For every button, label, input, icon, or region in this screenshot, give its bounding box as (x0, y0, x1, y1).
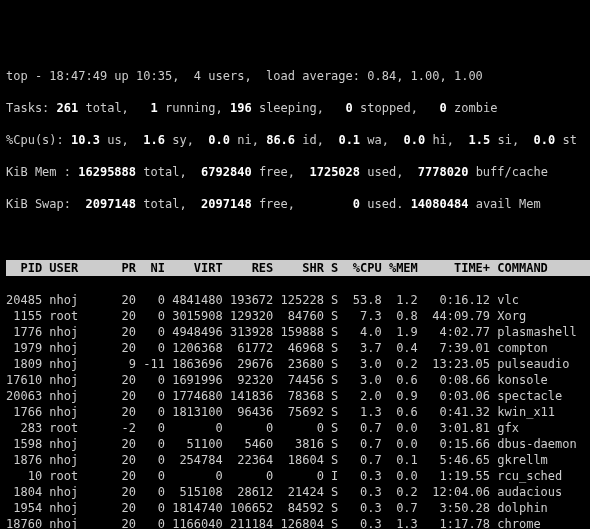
process-row[interactable]: 1776 nhoj 20 0 4948496 313928 159888 S 4… (6, 324, 590, 340)
process-row[interactable]: 1979 nhoj 20 0 1206368 61772 46968 S 3.7… (6, 340, 590, 356)
process-row[interactable]: 1598 nhoj 20 0 51100 5460 3816 S 0.7 0.0… (6, 436, 590, 452)
process-row[interactable]: 10 root 20 0 0 0 0 I 0.3 0.0 1:19.55 rcu… (6, 468, 590, 484)
blank-line (6, 228, 590, 244)
process-row[interactable]: 17610 nhoj 20 0 1691996 92320 74456 S 3.… (6, 372, 590, 388)
process-row[interactable]: 1766 nhoj 20 0 1813100 96436 75692 S 1.3… (6, 404, 590, 420)
process-row[interactable]: 1954 nhoj 20 0 1814740 106652 84592 S 0.… (6, 500, 590, 516)
uptime-line: top - 18:47:49 up 10:35, 4 users, load a… (6, 68, 590, 84)
swap-line: KiB Swap: 2097148 total, 2097148 free, 0… (6, 196, 590, 212)
tasks-line: Tasks: 261 total, 1 running, 196 sleepin… (6, 100, 590, 116)
cpu-line: %Cpu(s): 10.3 us, 1.6 sy, 0.0 ni, 86.6 i… (6, 132, 590, 148)
process-row[interactable]: 1809 nhoj 9 -11 1863696 29676 23680 S 3.… (6, 356, 590, 372)
process-row[interactable]: 18760 nhoj 20 0 1166040 211184 126804 S … (6, 516, 590, 529)
process-row[interactable]: 1804 nhoj 20 0 515108 28612 21424 S 0.3 … (6, 484, 590, 500)
mem-line: KiB Mem : 16295888 total, 6792840 free, … (6, 164, 590, 180)
process-list[interactable]: 20485 nhoj 20 0 4841480 193672 125228 S … (6, 292, 590, 529)
process-row[interactable]: 20063 nhoj 20 0 1774680 141836 78368 S 2… (6, 388, 590, 404)
column-header[interactable]: PID USER PR NI VIRT RES SHR S %CPU %MEM … (6, 260, 590, 276)
process-row[interactable]: 20485 nhoj 20 0 4841480 193672 125228 S … (6, 292, 590, 308)
process-row[interactable]: 283 root -2 0 0 0 0 S 0.7 0.0 3:01.81 gf… (6, 420, 590, 436)
process-row[interactable]: 1876 nhoj 20 0 254784 22364 18604 S 0.7 … (6, 452, 590, 468)
process-row[interactable]: 1155 root 20 0 3015908 129320 84760 S 7.… (6, 308, 590, 324)
